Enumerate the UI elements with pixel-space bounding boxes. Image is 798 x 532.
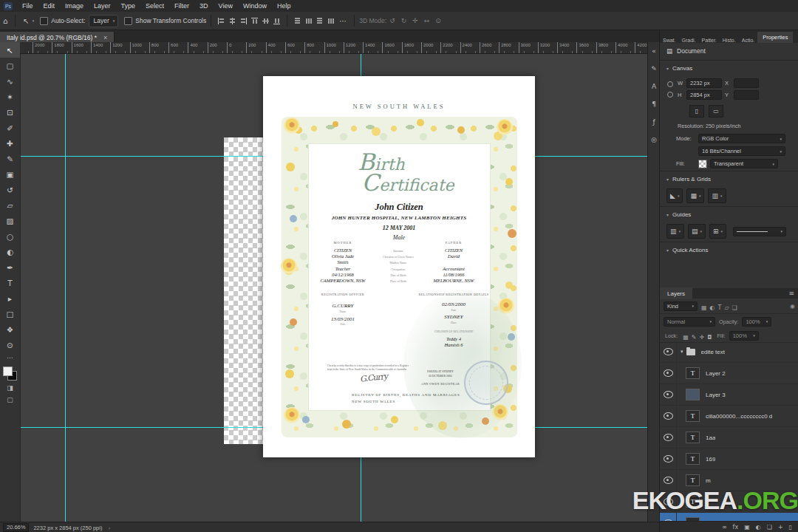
menu-layer[interactable]: Layer	[89, 2, 116, 10]
edit-toolbar-icon[interactable]: ⋯	[0, 352, 20, 363]
align-left-icon[interactable]	[217, 17, 225, 25]
filter-kind-select[interactable]: Kind▾	[664, 301, 698, 311]
menu-view[interactable]: View	[214, 2, 238, 10]
collapse-panels-icon[interactable]: «	[648, 42, 660, 60]
panel-menu-icon[interactable]: ≡	[788, 290, 798, 297]
type-tool[interactable]: T	[0, 275, 20, 290]
align-right-icon[interactable]	[239, 17, 248, 25]
layer-mask-icon[interactable]: ▣	[744, 524, 750, 531]
3d-roll-icon[interactable]: ↻	[401, 17, 407, 24]
brush-settings-panel-icon[interactable]: ✎	[648, 60, 660, 78]
close-icon[interactable]: ×	[103, 34, 107, 41]
distribute-spacing-vertical-icon[interactable]	[327, 17, 335, 25]
canvas-area[interactable]: NEW SOUTH WALES Birth Certificate John C…	[20, 53, 647, 522]
filter-shape-layers-icon[interactable]: ▱	[724, 304, 729, 311]
blend-mode-select[interactable]: Normal▾	[664, 317, 715, 327]
lasso-tool[interactable]: ∿	[0, 73, 20, 89]
menu-image[interactable]: Image	[60, 2, 89, 10]
filter-adjustment-layers-icon[interactable]: ◐	[710, 304, 715, 311]
distribute-vertical-icon[interactable]	[304, 17, 313, 25]
layer-row[interactable]: T169	[660, 449, 798, 470]
layer-row[interactable]: T1aa	[660, 427, 798, 449]
menu-edit[interactable]: Edit	[38, 2, 61, 10]
toggle-grid-button[interactable]: ▦▾	[686, 188, 704, 203]
filter-type-layers-icon[interactable]: T	[718, 304, 722, 311]
canvas-width-field[interactable]: 2232 px	[686, 78, 722, 88]
layer-row[interactable]: Tcilla000000...cccccccc0 d	[660, 406, 798, 427]
align-center-horizontal-icon[interactable]	[228, 17, 236, 25]
menu-select[interactable]: Select	[140, 2, 169, 10]
layer-visibility-toggle[interactable]	[660, 384, 677, 405]
tab-patter[interactable]: Patter.	[699, 35, 720, 43]
new-group-icon[interactable]: ❏	[767, 524, 772, 531]
lock-all-icon[interactable]: ◘	[707, 334, 712, 341]
layer-row[interactable]: T	[660, 491, 798, 513]
lock-position-icon[interactable]: ✛	[699, 334, 704, 341]
quick-selection-tool[interactable]: ✶	[0, 89, 20, 104]
chevron-right-icon[interactable]: ›	[108, 525, 110, 531]
auto-select-target-select[interactable]: Layer▾	[89, 15, 119, 27]
layer-visibility-toggle[interactable]	[660, 341, 677, 362]
layer-effects-icon[interactable]: fx	[733, 524, 739, 531]
move-tool[interactable]: ↖	[0, 42, 20, 58]
distribute-spacing-horizontal-icon[interactable]	[316, 17, 324, 25]
new-guide-layout-button[interactable]: ▤▾	[688, 224, 706, 239]
menu-filter[interactable]: Filter	[169, 2, 194, 10]
layer-row[interactable]: Layer 3	[660, 384, 798, 406]
3d-slide-icon[interactable]: ↔	[424, 17, 430, 24]
more-options-icon[interactable]: ⋯	[339, 17, 347, 25]
portrait-orientation-button[interactable]: ▯	[689, 105, 704, 117]
toggle-pixel-grid-button[interactable]: ▥▾	[708, 188, 726, 203]
blur-tool[interactable]: ○	[0, 228, 20, 244]
layer-row[interactable]: TLayer 2	[660, 363, 798, 384]
layer-visibility-toggle[interactable]	[660, 427, 677, 448]
layer-row[interactable]: Tm	[660, 470, 798, 491]
clone-stamp-tool[interactable]: ▣	[0, 166, 20, 182]
canvas-section-header[interactable]: ▾ Canvas	[660, 61, 798, 75]
paragraph-panel-icon[interactable]: ¶	[648, 95, 660, 113]
lock-transparency-icon[interactable]: ▦	[683, 334, 689, 341]
layer-visibility-toggle[interactable]	[660, 406, 677, 426]
dodge-tool[interactable]: ◐	[0, 244, 20, 259]
marquee-tool[interactable]: ▢	[0, 58, 20, 73]
eraser-tool[interactable]: ▱	[0, 197, 20, 213]
delete-layer-icon[interactable]: ▯	[789, 524, 792, 531]
align-middle-icon[interactable]	[262, 17, 270, 25]
history-brush-tool[interactable]: ↺	[0, 182, 20, 197]
opacity-field[interactable]: 100%▾	[742, 317, 771, 327]
align-bottom-icon[interactable]	[273, 17, 281, 25]
gradient-tool[interactable]: ▨	[0, 213, 20, 228]
libraries-panel-icon[interactable]: ◎	[648, 131, 660, 149]
canvas-height-field[interactable]: 2854 px	[686, 90, 722, 100]
toggle-rulers-button[interactable]: ◣▾	[666, 188, 683, 203]
crop-tool[interactable]: ⊡	[0, 104, 20, 120]
document-canvas[interactable]: NEW SOUTH WALES Birth Certificate John C…	[263, 76, 535, 457]
vertical-guide[interactable]	[65, 53, 66, 522]
eyedropper-tool[interactable]: ✐	[0, 120, 20, 135]
foreground-color-swatch[interactable]	[3, 366, 13, 376]
rulers-grids-section-header[interactable]: ▾ Rulers & Grids	[660, 172, 798, 186]
layer-fill-field[interactable]: 100%▾	[729, 331, 759, 341]
layer-row[interactable]: ▾edite text	[660, 341, 798, 363]
zoom-level-field[interactable]: 20.66%	[3, 523, 29, 532]
tab-actio[interactable]: Actio.	[739, 35, 758, 43]
canvas-y-field[interactable]	[734, 90, 759, 100]
character-panel-icon[interactable]: A	[648, 78, 660, 95]
color-swatches[interactable]	[3, 366, 17, 381]
horizontal-ruler[interactable]: 2000180016001400120010008006004002000200…	[28, 42, 647, 54]
quick-actions-section-header[interactable]: ▾ Quick Actions	[660, 243, 798, 257]
menu-help[interactable]: Help	[272, 2, 296, 10]
menu-3d[interactable]: 3D	[194, 2, 214, 10]
group-expand-caret[interactable]: ▾	[681, 349, 683, 355]
tab-histo[interactable]: Histo.	[720, 35, 739, 43]
canvas-x-field[interactable]	[734, 78, 759, 88]
align-top-icon[interactable]	[250, 17, 259, 25]
distribute-horizontal-icon[interactable]	[293, 17, 301, 25]
quick-mask-icon[interactable]: ◨	[0, 382, 20, 394]
new-layer-icon[interactable]: +	[778, 524, 783, 531]
pen-tool[interactable]: ✒	[0, 259, 20, 275]
layer-visibility-toggle[interactable]	[660, 491, 677, 512]
3d-orbit-icon[interactable]: ↺	[389, 17, 395, 24]
filter-pixel-layers-icon[interactable]: ▦	[701, 304, 707, 311]
shape-tool[interactable]: □	[0, 306, 20, 321]
